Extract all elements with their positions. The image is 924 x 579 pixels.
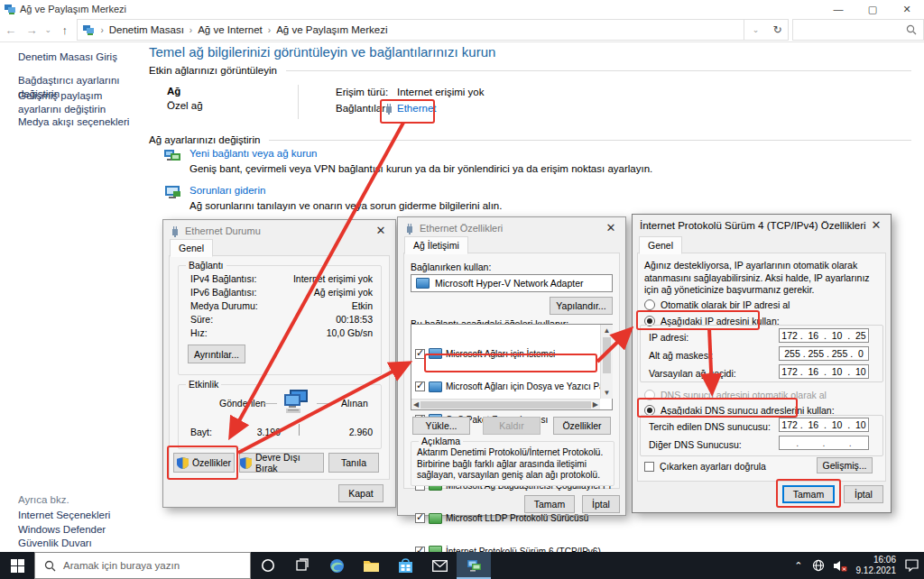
history-dropdown-icon[interactable]: ⌄: [42, 25, 55, 34]
checkbox-icon[interactable]: [644, 462, 654, 472]
sidebar-item-advanced-sharing[interactable]: Gelişmiş paylaşım ayarlarını değiştirin: [18, 89, 143, 116]
list-item[interactable]: Microsoft Ağları için İstemci: [411, 348, 612, 360]
close-dialog-button[interactable]: Kapat: [338, 484, 383, 502]
scroll-thumb[interactable]: [420, 401, 591, 409]
breadcrumb-item-network-sharing[interactable]: Ağ ve Paylaşım Merkezi: [276, 24, 387, 35]
ipv4-connectivity-value: Internet erişimi yok: [272, 273, 373, 284]
maximize-button[interactable]: ▢: [855, 0, 890, 18]
install-button[interactable]: Yükle...: [412, 417, 470, 435]
minimize-button[interactable]: —: [821, 0, 855, 18]
address-dropdown-icon[interactable]: ⌄: [744, 25, 766, 34]
volume-muted-icon[interactable]: [834, 560, 847, 572]
file-explorer-icon[interactable]: [354, 552, 388, 579]
ethernet-connection-link[interactable]: Ethernet: [397, 103, 436, 114]
dialog-title: İnternet Protokolü Sürüm 4 (TCP/IPv4) Öz…: [640, 220, 866, 231]
details-button[interactable]: Ayrıntılar...: [188, 345, 245, 363]
scroll-up-icon[interactable]: ▲: [601, 325, 613, 336]
horizontal-scrollbar[interactable]: ◀▶: [411, 399, 600, 409]
checkbox[interactable]: [415, 349, 425, 359]
sidebar-item-control-panel-home[interactable]: Denetim Masası Giriş: [18, 51, 143, 64]
close-icon[interactable]: ✕: [862, 215, 891, 234]
tab-general[interactable]: Genel: [639, 236, 682, 254]
alternate-dns-field[interactable]: . . .: [779, 436, 869, 450]
tab-general[interactable]: Genel: [170, 239, 213, 257]
properties-button[interactable]: Özellikler: [173, 453, 235, 473]
refresh-icon[interactable]: ↻: [766, 23, 788, 36]
cortana-icon[interactable]: [251, 552, 285, 579]
ok-button[interactable]: Tamam: [524, 495, 575, 513]
list-item-label: Microsoft Ağları için Dosya ve Yazıcı Pa…: [446, 381, 612, 391]
list-item-label: Microsoft Ağları için İstemci: [446, 349, 555, 359]
ip-address-field[interactable]: 172 . 16 . 10 . 25: [779, 328, 869, 343]
configure-button[interactable]: Yapılandır...: [550, 297, 613, 315]
troubleshoot-icon: [164, 185, 182, 200]
preferred-dns-field[interactable]: 172 . 16 . 10 . 10: [779, 418, 869, 432]
store-icon[interactable]: [388, 552, 422, 579]
disable-button-label: Devre Dışı Bırak: [255, 452, 323, 473]
ip-address-label: IP adresi:: [649, 332, 688, 343]
radio-auto-ip[interactable]: Otomatik olarak bir IP adresi al: [644, 299, 790, 310]
disable-button[interactable]: Devre Dışı Bırak: [239, 453, 324, 473]
gateway-field[interactable]: 172 . 16 . 10 . 10: [779, 364, 869, 379]
checkbox[interactable]: [415, 513, 425, 523]
radio-auto-dns: DNS sunucu adresini otomatik olarak al: [644, 390, 827, 400]
start-button[interactable]: [0, 552, 34, 579]
vertical-scrollbar[interactable]: ▲ ▼: [600, 325, 613, 399]
search-icon: [906, 24, 917, 35]
tray-clock[interactable]: 16:06 9.12.2021: [856, 555, 897, 577]
connections-label: Bağlantılar:: [336, 103, 388, 114]
edge-icon[interactable]: [319, 552, 354, 579]
radio-icon[interactable]: [644, 299, 655, 310]
new-connection-link[interactable]: Yeni bağlantı veya ağ kurun: [189, 148, 318, 159]
breadcrumb-item-control-panel[interactable]: Denetim Masası: [109, 24, 184, 35]
bytes-sent-value: 3.199: [236, 427, 281, 437]
close-icon[interactable]: ✕: [596, 217, 625, 237]
sidebar-item-internet-options[interactable]: Internet Seçenekleri: [18, 509, 143, 522]
troubleshoot-link[interactable]: Sorunları giderin: [189, 185, 265, 196]
chevron-right-icon: ›: [100, 25, 103, 35]
client-icon: [429, 348, 442, 359]
taskbar-search-input[interactable]: Aramak için buraya yazın: [34, 552, 251, 579]
duration-value: 00:18:53: [272, 314, 373, 325]
checkbox[interactable]: [415, 381, 425, 391]
mail-icon[interactable]: [422, 552, 457, 579]
forward-icon[interactable]: →: [21, 23, 42, 37]
network-center-taskbar-icon[interactable]: [457, 552, 491, 579]
search-input[interactable]: [792, 19, 924, 41]
sidebar-item-media-streaming[interactable]: Medya akışı seçenekleri: [18, 115, 143, 129]
sidebar-item-defender-firewall[interactable]: Windows Defender Güvenlik Duvarı: [18, 523, 131, 550]
action-center-icon[interactable]: [905, 559, 919, 572]
up-icon[interactable]: ↑: [54, 23, 75, 37]
cancel-button[interactable]: İptal: [844, 485, 883, 503]
received-label: Alınan: [341, 398, 368, 409]
validate-settings-checkbox[interactable]: Çıkarken ayarları doğrula: [644, 461, 766, 472]
protocol-listbox[interactable]: Microsoft Ağları için İstemci Microsoft …: [411, 324, 613, 410]
media-state-label: Medya Durumu:: [190, 300, 258, 311]
cancel-button[interactable]: İptal: [582, 495, 620, 513]
scroll-right-icon[interactable]: ▶: [593, 400, 598, 409]
divider: [298, 85, 299, 119]
adapter-name: Microsoft Hyper-V Network Adapter: [435, 278, 584, 289]
ethernet-status-dialog: Ethernet Durumu ✕ Genel Bağlantı IPv4 Ba…: [162, 219, 396, 508]
network-globe-icon[interactable]: [812, 559, 825, 572]
diagnose-button[interactable]: Tanıla: [328, 453, 379, 473]
connection-group-label: Bağlantı: [186, 260, 226, 271]
scroll-left-icon[interactable]: ◀: [413, 400, 419, 409]
item-properties-button[interactable]: Özellikler: [553, 417, 611, 435]
tab-networking[interactable]: Ağ İletişimi: [404, 236, 468, 254]
radio-auto-ip-label: Otomatik olarak bir IP adresi al: [661, 299, 790, 310]
advanced-button[interactable]: Gelişmiş...: [817, 457, 873, 473]
close-icon[interactable]: ✕: [366, 220, 395, 240]
ipv6-connectivity-label: IPv6 Bağlantısı:: [190, 287, 257, 298]
close-button[interactable]: ✕: [890, 0, 924, 18]
list-item[interactable]: Microsoft Ağları için Dosya ve Yazıcı Pa…: [411, 381, 612, 393]
subnet-mask-field[interactable]: 255 . 255 . 255 . 0: [779, 346, 869, 361]
back-icon[interactable]: ←: [0, 23, 21, 37]
tray-chevron-up-icon[interactable]: ⌃: [794, 560, 802, 572]
scroll-down-icon[interactable]: ▼: [601, 387, 613, 399]
scroll-thumb[interactable]: [603, 337, 611, 373]
task-view-icon[interactable]: [285, 552, 319, 579]
ok-button[interactable]: Tamam: [782, 485, 835, 503]
breadcrumb-item-network-internet[interactable]: Ağ ve Internet: [198, 24, 263, 35]
list-item[interactable]: Microsoft LLDP Protokolü Sürücüsü: [411, 513, 612, 525]
